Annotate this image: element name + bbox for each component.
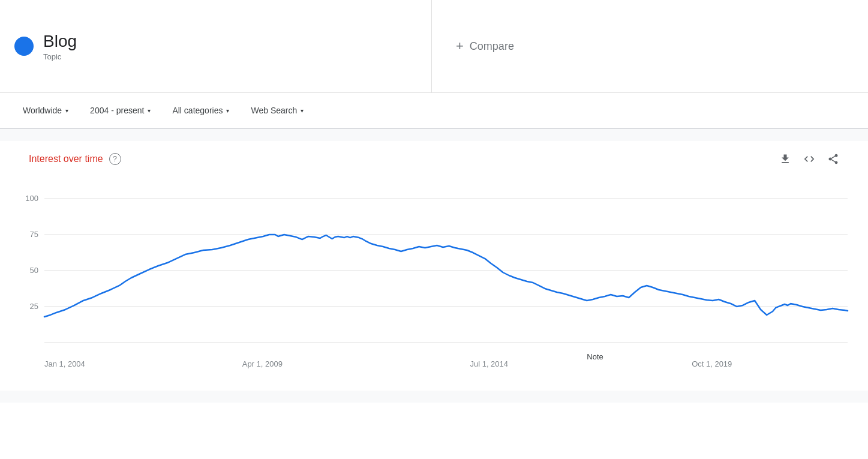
compare-section[interactable]: + Compare [432, 0, 868, 92]
help-icon[interactable]: ? [109, 153, 121, 165]
chart-container: Interest over time ? [0, 141, 868, 391]
search-type-label: Web Search [251, 106, 297, 115]
embed-button[interactable] [803, 153, 815, 165]
share-icon [827, 153, 839, 165]
embed-icon [803, 153, 815, 165]
chart-area: 100 75 50 25 Jan 1, 2004 Apr 1, 2009 Jul… [14, 175, 854, 379]
term-name: Blog [43, 32, 77, 51]
chart-actions [779, 153, 839, 165]
location-label: Worldwide [23, 106, 62, 115]
term-type: Topic [43, 52, 77, 61]
category-filter[interactable]: All categories ▾ [164, 101, 238, 120]
download-button[interactable] [779, 153, 791, 165]
download-icon [779, 153, 791, 165]
svg-text:25: 25 [30, 302, 38, 311]
category-label: All categories [172, 106, 223, 115]
svg-text:Jan 1, 2004: Jan 1, 2004 [44, 359, 85, 368]
location-arrow: ▾ [65, 107, 68, 114]
term-text: Blog Topic [43, 32, 77, 61]
header-section: Blog Topic + Compare [0, 0, 868, 93]
svg-text:Note: Note [587, 352, 603, 361]
time-range-label: 2004 - present [90, 106, 144, 115]
svg-text:75: 75 [30, 230, 38, 239]
search-type-arrow: ▾ [301, 107, 304, 114]
svg-text:50: 50 [30, 266, 38, 275]
svg-text:100: 100 [25, 194, 38, 203]
trend-chart: 100 75 50 25 Jan 1, 2004 Apr 1, 2009 Jul… [14, 175, 854, 379]
chart-header: Interest over time ? [14, 147, 854, 175]
term-dot [14, 37, 34, 56]
share-button[interactable] [827, 153, 839, 165]
chart-section: Interest over time ? [0, 129, 868, 403]
svg-text:Oct 1, 2019: Oct 1, 2019 [692, 359, 732, 368]
chart-title: Interest over time [29, 154, 103, 164]
compare-label: Compare [470, 40, 514, 53]
filters-bar: Worldwide ▾ 2004 - present ▾ All categor… [0, 93, 868, 129]
compare-plus-icon: + [456, 38, 464, 54]
category-arrow: ▾ [226, 107, 229, 114]
svg-text:Jul 1, 2014: Jul 1, 2014 [470, 359, 508, 368]
search-type-filter[interactable]: Web Search ▾ [242, 101, 312, 120]
location-filter[interactable]: Worldwide ▾ [14, 101, 77, 120]
time-range-filter[interactable]: 2004 - present ▾ [82, 101, 159, 120]
chart-title-group: Interest over time ? [29, 153, 121, 165]
svg-text:Apr 1, 2009: Apr 1, 2009 [242, 359, 283, 368]
time-range-arrow: ▾ [148, 107, 151, 114]
search-term-panel: Blog Topic [0, 0, 432, 92]
